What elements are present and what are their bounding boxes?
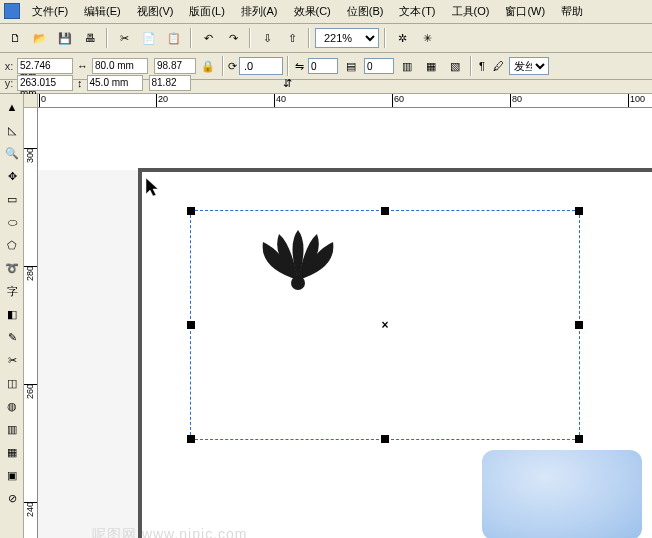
canvas-area[interactable]: × 呢图网 www.nipic.com xyxy=(38,108,652,538)
para-icon[interactable]: ¶ xyxy=(479,60,485,72)
mirror-v-icon[interactable]: ⇵ xyxy=(283,77,292,90)
menu-file[interactable]: 文件(F) xyxy=(24,2,76,21)
open-button[interactable]: 📂 xyxy=(29,27,51,49)
paste-icon: 📋 xyxy=(167,32,181,45)
menu-layout[interactable]: 版面(L) xyxy=(181,2,232,21)
interactive-icon: ◧ xyxy=(7,308,17,321)
interactive-tool[interactable]: ◧ xyxy=(1,303,23,325)
spiral-tool[interactable]: ➰ xyxy=(1,257,23,279)
height-field[interactable]: 45.0 mm xyxy=(87,75,143,91)
print-button[interactable]: 🖶 xyxy=(79,27,101,49)
fill-tool[interactable]: ◍ xyxy=(1,395,23,417)
selection-handle-tm[interactable] xyxy=(381,207,389,215)
grid2-button[interactable]: ▥ xyxy=(396,55,418,77)
opts1-icon: ✲ xyxy=(398,32,407,45)
cut-button[interactable]: ✂ xyxy=(113,27,135,49)
none-tool[interactable]: ⊘ xyxy=(1,487,23,509)
zoom-tool[interactable]: 🔍 xyxy=(1,142,23,164)
selection-handle-mr[interactable] xyxy=(575,321,583,329)
width-field[interactable]: 80.0 mm xyxy=(92,58,148,74)
pick-tool[interactable]: ▲ xyxy=(1,96,23,118)
x-coord-field[interactable]: 52.746 mm xyxy=(17,58,73,74)
menu-help[interactable]: 帮助 xyxy=(553,2,591,21)
paste-button[interactable]: 📋 xyxy=(163,27,185,49)
menu-bitmap[interactable]: 位图(B) xyxy=(339,2,392,21)
import-button[interactable]: ⇩ xyxy=(256,27,278,49)
grid4-button[interactable]: ▧ xyxy=(444,55,466,77)
ellipse-tool[interactable]: ⬭ xyxy=(1,211,23,233)
outline-tool[interactable]: ◫ xyxy=(1,372,23,394)
grid3-button[interactable]: ▦ xyxy=(420,55,442,77)
polygon-icon: ⬠ xyxy=(7,239,17,252)
h-tick-label: 100 xyxy=(630,94,645,104)
hand-tool[interactable]: ✥ xyxy=(1,165,23,187)
hair-select[interactable]: 发丝 xyxy=(509,57,549,75)
new-button[interactable]: 🗋 xyxy=(4,27,26,49)
v-tick-label: 300 xyxy=(25,148,35,163)
horizontal-ruler[interactable]: 0 20 40 60 80 100 xyxy=(38,94,652,108)
vertical-ruler[interactable]: 300 280 260 240 xyxy=(24,108,38,538)
mirror-h-icon[interactable]: ⇋ xyxy=(295,60,304,73)
y-coord-field[interactable]: 263.015 mm xyxy=(17,75,73,91)
x-label: x: xyxy=(3,60,15,72)
redo-icon: ↷ xyxy=(229,32,238,45)
menu-tools[interactable]: 工具(O) xyxy=(444,2,498,21)
fan-ornament-object[interactable] xyxy=(253,228,343,292)
knife-icon: ✂ xyxy=(8,354,17,367)
selection-handle-tl[interactable] xyxy=(187,207,195,215)
selection-handle-ml[interactable] xyxy=(187,321,195,329)
separator xyxy=(287,56,289,76)
pen-icon[interactable]: 🖊 xyxy=(493,60,504,72)
align-icon: ▦ xyxy=(7,446,17,459)
menu-view[interactable]: 视图(V) xyxy=(129,2,182,21)
selection-handle-tr[interactable] xyxy=(575,207,583,215)
save-button[interactable]: 💾 xyxy=(54,27,76,49)
new-icon: 🗋 xyxy=(10,32,21,44)
h-tick-label: 0 xyxy=(41,94,46,104)
shape-tool[interactable]: ◺ xyxy=(1,119,23,141)
zoom-icon: 🔍 xyxy=(5,147,19,160)
spin1-field[interactable] xyxy=(308,58,338,74)
menu-edit[interactable]: 编辑(E) xyxy=(76,2,129,21)
export-button[interactable]: ⇧ xyxy=(281,27,303,49)
menu-text[interactable]: 文本(T) xyxy=(391,2,443,21)
fillt-tool[interactable]: ▥ xyxy=(1,418,23,440)
tool-palette: ▲ ◺ 🔍 ✥ ▭ ⬭ ⬠ ➰ 字 ◧ ✎ ✂ ◫ ◍ ▥ ▦ ▣ ⊘ xyxy=(0,94,24,538)
undo-button[interactable]: ↶ xyxy=(197,27,219,49)
separator xyxy=(190,28,192,48)
fillt-icon: ▥ xyxy=(7,423,17,436)
grid3-icon: ▦ xyxy=(426,60,436,73)
selection-handle-br[interactable] xyxy=(575,435,583,443)
text-tool[interactable]: 字 xyxy=(1,280,23,302)
zoom-select[interactable]: 221% xyxy=(315,28,379,48)
selection-box[interactable]: × xyxy=(190,210,580,440)
lock-icon[interactable]: 🔒 xyxy=(201,60,215,73)
selection-handle-bm[interactable] xyxy=(381,435,389,443)
copy-icon: 📄 xyxy=(142,32,156,45)
import-icon: ⇩ xyxy=(263,32,272,45)
options1-button[interactable]: ✲ xyxy=(391,27,413,49)
redo-button[interactable]: ↷ xyxy=(222,27,244,49)
v-tick-label: 240 xyxy=(25,502,35,517)
angle-field[interactable] xyxy=(239,57,283,75)
print-icon: 🖶 xyxy=(85,32,96,44)
align-tool[interactable]: ▦ xyxy=(1,441,23,463)
rect-tool[interactable]: ▭ xyxy=(1,188,23,210)
ruler-corner[interactable] xyxy=(24,94,38,108)
selection-center-icon[interactable]: × xyxy=(380,320,390,330)
menu-arrange[interactable]: 排列(A) xyxy=(233,2,286,21)
menu-effects[interactable]: 效果(C) xyxy=(286,2,339,21)
polygon-tool[interactable]: ⬠ xyxy=(1,234,23,256)
options2-button[interactable]: ✳ xyxy=(416,27,438,49)
v-tick-label: 280 xyxy=(25,266,35,281)
menu-window[interactable]: 窗口(W) xyxy=(497,2,553,21)
spin2-field[interactable] xyxy=(364,58,394,74)
grid1-button[interactable]: ▤ xyxy=(340,55,362,77)
eyedrop-tool[interactable]: ✎ xyxy=(1,326,23,348)
knife-tool[interactable]: ✂ xyxy=(1,349,23,371)
scale-x-field[interactable]: 98.87 xyxy=(154,58,196,74)
copy-button[interactable]: 📄 xyxy=(138,27,160,49)
selection-handle-bl[interactable] xyxy=(187,435,195,443)
group-tool[interactable]: ▣ xyxy=(1,464,23,486)
scale-y-field[interactable]: 81.82 xyxy=(149,75,191,91)
